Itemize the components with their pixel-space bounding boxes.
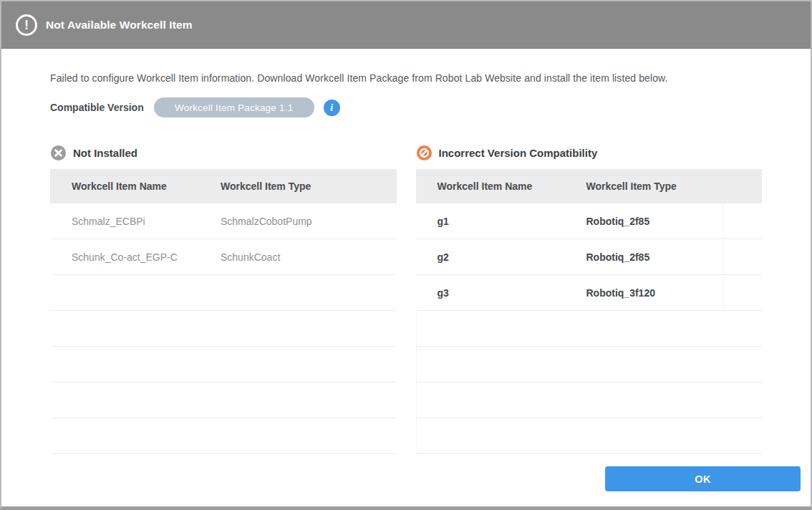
block-circle-icon — [416, 145, 432, 161]
incorrect-version-title-row: Incorrect Version Compatibility — [416, 144, 763, 161]
table-header-row: Workcell Item Name Workcell Item Type — [50, 169, 397, 203]
table-cell: g1 — [416, 216, 586, 227]
table-cell: g2 — [416, 251, 586, 263]
table-row-empty — [416, 418, 763, 454]
table-row-empty — [50, 418, 397, 454]
compatible-version-label: Compatible Version — [50, 102, 144, 113]
compatible-version-badge: Workcell Item Package 1.1 — [154, 97, 314, 117]
column-header-item-name: Workcell Item Name — [50, 181, 221, 192]
dialog-header: ! Not Available Workcell Item — [1, 1, 811, 49]
not-installed-section: Not Installed Workcell Item Name Workcel… — [50, 144, 397, 454]
table-cell: SchmalzCobotPump — [221, 216, 397, 227]
not-installed-table: Workcell Item Name Workcell Item Type Sc… — [50, 169, 397, 454]
dialog-body: Failed to configure Workcell Item inform… — [1, 49, 811, 466]
column-header-item-name: Workcell Item Name — [416, 181, 586, 192]
table-cell: g3 — [416, 287, 586, 299]
table-cell: Schmalz_ECBPi — [50, 216, 221, 227]
table-row: Schmalz_ECBPiSchmalzCobotPump — [50, 203, 397, 239]
table-row-empty — [50, 382, 397, 418]
info-icon[interactable]: i — [324, 100, 340, 116]
dialog-title: Not Available Workcell Item — [46, 19, 193, 32]
alert-exclamation-circle-icon: ! — [16, 14, 37, 36]
ok-button[interactable]: OK — [605, 466, 801, 491]
compatible-version-row: Compatible Version Workcell Item Package… — [50, 97, 762, 117]
column-header-item-type: Workcell Item Type — [586, 181, 763, 192]
not-installed-title: Not Installed — [73, 147, 137, 159]
table-row: g3Robotiq_3f120 — [416, 275, 763, 311]
table-row: g2Robotiq_2f85 — [416, 239, 763, 275]
not-available-workcell-item-dialog: ! Not Available Workcell Item Failed to … — [0, 0, 812, 510]
table-cell: Robotiq_2f85 — [586, 251, 723, 263]
table-row: Schunk_Co-act_EGP-CSchunkCoact — [50, 239, 397, 275]
tables-container: Not Installed Workcell Item Name Workcel… — [50, 144, 762, 454]
table-row-empty — [416, 311, 763, 347]
table-body: g1Robotiq_2f85g2Robotiq_2f85g3Robotiq_3f… — [416, 203, 763, 454]
table-cell: Robotiq_2f85 — [586, 216, 723, 227]
table-row-empty — [416, 347, 763, 382]
table-cell: Robotiq_3f120 — [586, 287, 723, 299]
not-installed-title-row: Not Installed — [50, 144, 397, 161]
column-header-item-type: Workcell Item Type — [221, 181, 397, 192]
description-text: Failed to configure Workcell Item inform… — [50, 72, 762, 84]
table-row: g1Robotiq_2f85 — [416, 203, 763, 239]
incorrect-version-title: Incorrect Version Compatibility — [439, 147, 598, 159]
incorrect-version-table: Workcell Item Name Workcell Item Type g1… — [416, 169, 763, 454]
table-cell: Schunk_Co-act_EGP-C — [50, 251, 221, 263]
table-row-empty — [416, 382, 763, 418]
table-row-empty — [50, 311, 397, 347]
x-circle-icon — [50, 145, 67, 161]
table-row-empty — [50, 275, 397, 311]
dialog-footer: OK — [1, 466, 811, 506]
incorrect-version-section: Incorrect Version Compatibility Workcell… — [416, 144, 763, 454]
table-row-empty — [50, 347, 397, 382]
table-cell: SchunkCoact — [221, 251, 397, 263]
table-header-row: Workcell Item Name Workcell Item Type — [416, 169, 763, 203]
table-body: Schmalz_ECBPiSchmalzCobotPumpSchunk_Co-a… — [50, 203, 397, 454]
